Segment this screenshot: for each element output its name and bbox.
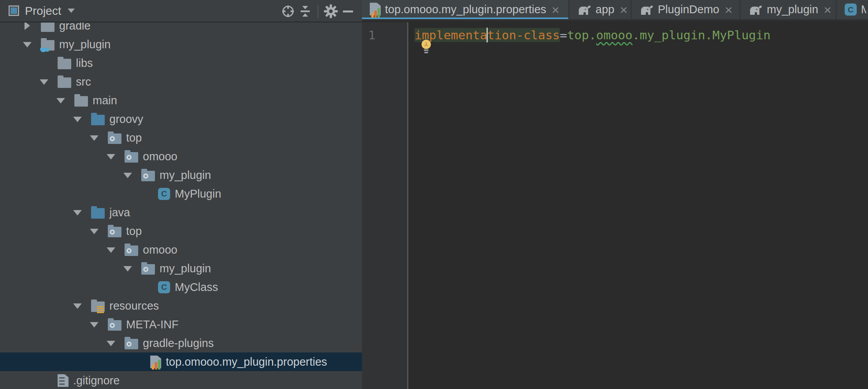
intention-bulb-icon[interactable] xyxy=(420,39,432,56)
tree-item-label: omooo xyxy=(143,244,177,256)
source-folder-icon xyxy=(91,208,105,219)
tree-row[interactable]: top xyxy=(0,128,362,147)
chevron-expanded-icon[interactable] xyxy=(73,208,82,217)
tool-window-header: Project xyxy=(0,0,362,23)
gear-icon xyxy=(323,4,338,19)
gradle-icon xyxy=(577,4,591,16)
folder-icon xyxy=(74,96,88,107)
settings-button[interactable] xyxy=(322,3,339,20)
property-value: top.omooo.my_plugin.MyPlugin xyxy=(567,28,771,42)
property-key: implementation-class xyxy=(415,28,560,42)
module-folder-icon xyxy=(41,40,54,51)
tab-label: my_plugin xyxy=(767,3,818,16)
tree-row[interactable]: my_plugin xyxy=(0,166,362,184)
tree-item-label: resources xyxy=(109,300,159,312)
editor-pane: top.omooo.my_plugin.properties×app×Plugi… xyxy=(362,0,868,389)
editor-tab[interactable]: my_plugin× xyxy=(740,0,836,19)
project-tool-window: gradlemy_pluginlibssrcmaingroovytopomooo… xyxy=(0,0,362,389)
minimize-icon xyxy=(342,5,354,18)
code-line[interactable]: implementation-class=top.omooo.my_plugin… xyxy=(408,26,868,44)
tree-row[interactable]: libs xyxy=(0,54,362,72)
tree-row[interactable]: resources xyxy=(0,296,362,315)
code-area[interactable]: implementation-class=top.omooo.my_plugin… xyxy=(408,22,868,389)
gradle-icon xyxy=(749,4,763,16)
chevron-expanded-icon[interactable] xyxy=(90,133,99,142)
tab-label: top.omooo.my_plugin.properties xyxy=(385,3,546,16)
chevron-down-icon[interactable] xyxy=(68,9,75,13)
tree-row[interactable]: groovy xyxy=(0,110,362,128)
package-icon xyxy=(125,245,138,256)
chevron-expanded-icon[interactable] xyxy=(90,320,99,329)
typo-word: omooo xyxy=(596,28,633,42)
tree-item-label: omooo xyxy=(143,150,177,163)
tree-row[interactable]: top.omooo.my_plugin.properties xyxy=(0,352,362,371)
chevron-expanded-icon[interactable] xyxy=(123,170,132,180)
tree-row[interactable]: MyClass xyxy=(0,278,362,296)
tree-item-label: .gitignore xyxy=(73,374,119,387)
tree-item-label: main xyxy=(93,94,117,107)
panel-title[interactable]: Project xyxy=(25,4,61,18)
gradle-elephant-icon xyxy=(577,4,591,16)
tree-item-label: java xyxy=(109,206,130,219)
locate-file-button[interactable] xyxy=(279,3,297,20)
tree-row[interactable]: META-INF xyxy=(0,315,362,334)
hide-tool-window-button[interactable] xyxy=(339,3,357,20)
close-icon[interactable]: × xyxy=(620,3,627,16)
collapse-all-button[interactable] xyxy=(297,3,314,20)
tree-row[interactable]: .gitignore xyxy=(0,371,362,389)
close-icon[interactable]: × xyxy=(552,3,559,16)
tree-item-label: my_plugin xyxy=(59,38,111,51)
tab-label: app xyxy=(596,3,614,16)
folder-icon xyxy=(41,21,54,32)
tree-row[interactable]: main xyxy=(0,91,362,110)
chevron-expanded-icon[interactable] xyxy=(123,264,132,273)
tree-row[interactable]: MyPlugin xyxy=(0,184,362,203)
chevron-expanded-icon[interactable] xyxy=(106,152,116,161)
close-icon[interactable]: × xyxy=(824,3,831,16)
tree-row[interactable]: omooo xyxy=(0,147,362,166)
package-icon xyxy=(108,320,121,331)
chevron-expanded-icon[interactable] xyxy=(106,245,116,254)
toolbar-divider xyxy=(318,5,318,18)
class-icon xyxy=(158,188,170,200)
line-number: 1 xyxy=(362,26,407,44)
chevron-expanded-icon[interactable] xyxy=(106,338,116,348)
chevron-expanded-icon[interactable] xyxy=(73,114,82,124)
package-icon xyxy=(108,133,121,144)
chevron-expanded-icon[interactable] xyxy=(56,96,65,105)
class-icon xyxy=(158,281,170,293)
package-icon xyxy=(141,264,155,275)
editor-tab[interactable]: top.omooo.my_plugin.properties× xyxy=(362,0,568,19)
tree-row[interactable]: top xyxy=(0,222,362,240)
close-icon[interactable]: × xyxy=(725,3,733,16)
tree-row[interactable]: src xyxy=(0,72,362,91)
resources-folder-icon xyxy=(91,301,105,312)
tree-item-label: top xyxy=(126,225,142,238)
tree-item-label: top.omooo.my_plugin.properties xyxy=(166,356,327,368)
tree-row[interactable]: java xyxy=(0,203,362,222)
editor-tab[interactable]: app× xyxy=(568,0,631,19)
gradle-elephant-icon xyxy=(749,4,763,16)
project-tree: gradlemy_pluginlibssrcmaingroovytopomooo… xyxy=(0,16,362,389)
resources-stripes xyxy=(97,306,104,313)
text-file-icon xyxy=(58,374,69,387)
project-view-icon xyxy=(9,5,19,16)
properties-file-icon xyxy=(150,356,161,368)
properties-file-icon xyxy=(370,3,381,17)
editor-gutter: 1 xyxy=(362,22,408,389)
folder-icon xyxy=(58,77,71,88)
chevron-expanded-icon[interactable] xyxy=(39,77,49,86)
editor-tab[interactable]: PluginDemo× xyxy=(631,0,740,19)
chevron-expanded-icon[interactable] xyxy=(90,226,99,236)
tree-row[interactable]: omooo xyxy=(0,240,362,259)
chevron-expanded-icon[interactable] xyxy=(73,301,82,310)
locate-icon xyxy=(281,5,295,18)
tree-row[interactable]: my_plugin xyxy=(0,259,362,278)
tree-row[interactable]: gradle-plugins xyxy=(0,334,362,352)
tree-item-label: MyClass xyxy=(175,281,218,294)
collapse-all-icon xyxy=(299,5,312,18)
tab-label: M xyxy=(861,3,866,16)
editor-tab[interactable]: M xyxy=(836,0,866,19)
tree-row[interactable]: my_plugin xyxy=(0,35,362,54)
chevron-expanded-icon[interactable] xyxy=(23,40,32,49)
